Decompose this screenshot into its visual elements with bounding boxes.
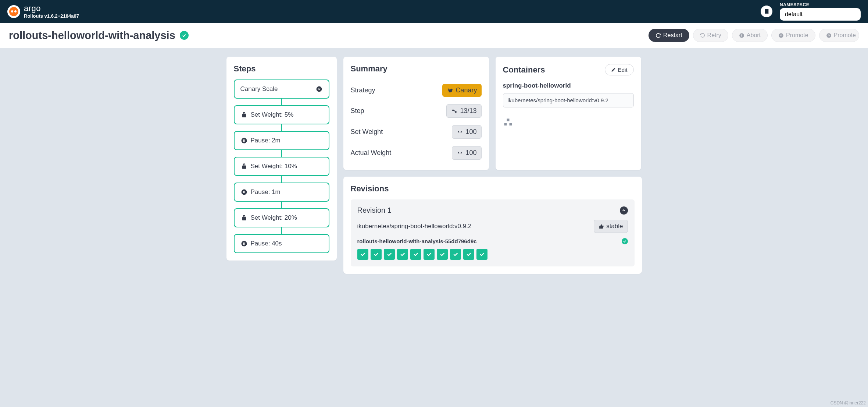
action-bar: Restart Retry Abort Promote Promote xyxy=(649,29,859,42)
svg-rect-20 xyxy=(507,118,509,121)
step-badge: 13/13 xyxy=(446,104,481,118)
docs-button[interactable] xyxy=(761,6,772,17)
svg-rect-14 xyxy=(242,217,246,220)
step-label: Pause: 2m xyxy=(251,137,281,144)
svg-rect-10 xyxy=(242,166,246,169)
svg-rect-9 xyxy=(244,139,245,142)
chevron-down-icon xyxy=(315,85,323,93)
step-label: Canary Scale xyxy=(240,85,278,93)
actualweight-badge: 100 xyxy=(452,146,481,160)
step-item: Set Weight: 20% xyxy=(234,208,329,227)
step-item: Set Weight: 5% xyxy=(234,105,329,124)
restart-button[interactable]: Restart xyxy=(649,29,689,42)
pod-item[interactable] xyxy=(384,249,395,260)
weight-icon xyxy=(240,111,248,118)
promote-full-button: Promote xyxy=(819,29,859,42)
namespace-label: NAMESPACE xyxy=(780,2,861,7)
step-item[interactable]: Canary Scale xyxy=(234,79,329,99)
step-label: Set Weight: 20% xyxy=(251,214,297,222)
svg-rect-13 xyxy=(244,191,245,193)
abort-label: Abort xyxy=(747,32,761,39)
rollout-title: rollouts-helloworld-with-analysis xyxy=(9,29,175,42)
namespace-input[interactable] xyxy=(780,8,861,21)
svg-point-7 xyxy=(241,138,247,144)
add-container-icon[interactable] xyxy=(503,118,634,128)
pod-item[interactable] xyxy=(397,249,408,260)
svg-point-5 xyxy=(316,86,322,92)
strategy-badge: Canary xyxy=(442,84,481,97)
step-item: Pause: 2m xyxy=(234,131,329,150)
pod-item[interactable] xyxy=(357,249,368,260)
abort-button: Abort xyxy=(732,29,768,42)
promote-button: Promote xyxy=(771,29,815,42)
svg-point-11 xyxy=(241,190,247,195)
argo-logo xyxy=(7,5,20,18)
containers-title: Containers xyxy=(503,65,545,75)
collapse-icon[interactable] xyxy=(620,206,628,215)
top-bar: argo Rollouts v1.6.2+2184a07 NAMESPACE xyxy=(0,0,868,23)
pod-item[interactable] xyxy=(424,249,435,260)
step-label: Set Weight: 5% xyxy=(251,111,294,118)
svg-rect-21 xyxy=(504,123,507,125)
svg-rect-16 xyxy=(243,243,244,245)
pod-item[interactable] xyxy=(410,249,421,260)
sub-header: rollouts-helloworld-with-analysis Restar… xyxy=(0,23,868,48)
main-content: Steps Canary ScaleSet Weight: 5%Pause: 2… xyxy=(0,48,868,283)
svg-point-18 xyxy=(452,109,454,111)
step-key: Step xyxy=(351,107,364,115)
svg-rect-22 xyxy=(509,123,512,125)
edit-button[interactable]: Edit xyxy=(605,64,634,75)
pod-item[interactable] xyxy=(476,249,487,260)
strategy-key: Strategy xyxy=(351,86,375,94)
setweight-key: Set Weight xyxy=(351,128,383,136)
pause-icon xyxy=(240,137,248,144)
revisions-title: Revisions xyxy=(351,184,635,194)
thumbs-up-icon xyxy=(599,224,604,229)
brand-version: Rollouts v1.6.2+2184a07 xyxy=(24,13,79,19)
container-image-input[interactable] xyxy=(503,93,634,107)
svg-point-2 xyxy=(741,36,742,37)
balance-scale-icon xyxy=(457,150,463,156)
promote-label: Promote xyxy=(786,32,808,39)
replicaset-healthy-icon xyxy=(622,238,628,244)
revision-item: Revision 1 ikubernetes/spring-boot-hello… xyxy=(351,199,635,266)
step-label: Pause: 40s xyxy=(251,240,282,247)
steps-card: Steps Canary ScaleSet Weight: 5%Pause: 2… xyxy=(226,57,337,261)
svg-rect-1 xyxy=(741,34,742,36)
pencil-icon xyxy=(611,67,616,72)
weight-icon xyxy=(240,214,248,222)
balance-scale-icon xyxy=(457,129,463,135)
retry-button: Retry xyxy=(693,29,728,42)
step-item: Pause: 40s xyxy=(234,234,329,253)
pause-icon xyxy=(240,240,248,247)
svg-rect-6 xyxy=(242,114,246,117)
promote-full-label: Promote xyxy=(834,32,856,39)
step-item: Set Weight: 10% xyxy=(234,157,329,176)
pod-item[interactable] xyxy=(437,249,448,260)
brand-name: argo xyxy=(24,4,79,13)
revision-image: ikubernetes/spring-boot-helloworld:v0.9.… xyxy=(357,223,472,230)
svg-rect-17 xyxy=(244,243,245,245)
revisions-card: Revisions Revision 1 ikubernetes/spring-… xyxy=(343,177,642,274)
steps-title: Steps xyxy=(234,64,329,74)
pod-item[interactable] xyxy=(450,249,461,260)
step-label: Set Weight: 10% xyxy=(251,163,297,170)
pod-item[interactable] xyxy=(371,249,382,260)
actualweight-key: Actual Weight xyxy=(351,149,392,157)
setweight-badge: 100 xyxy=(452,125,481,139)
containers-card: Containers Edit spring-boot-helloworld xyxy=(496,57,641,170)
svg-rect-12 xyxy=(243,191,244,193)
summary-card: Summary Strategy Canary Step 13/13 xyxy=(343,57,489,170)
steps-list: Canary ScaleSet Weight: 5%Pause: 2mSet W… xyxy=(234,79,329,253)
retry-label: Retry xyxy=(707,32,721,39)
svg-rect-8 xyxy=(243,139,244,142)
pods-row xyxy=(357,249,628,260)
svg-point-15 xyxy=(241,241,247,247)
svg-point-19 xyxy=(455,111,457,113)
steps-icon xyxy=(451,108,458,114)
summary-title: Summary xyxy=(351,64,482,74)
step-item: Pause: 1m xyxy=(234,183,329,202)
brand[interactable]: argo Rollouts v1.6.2+2184a07 xyxy=(7,4,79,19)
pod-item[interactable] xyxy=(463,249,474,260)
status-healthy-icon xyxy=(180,31,189,40)
